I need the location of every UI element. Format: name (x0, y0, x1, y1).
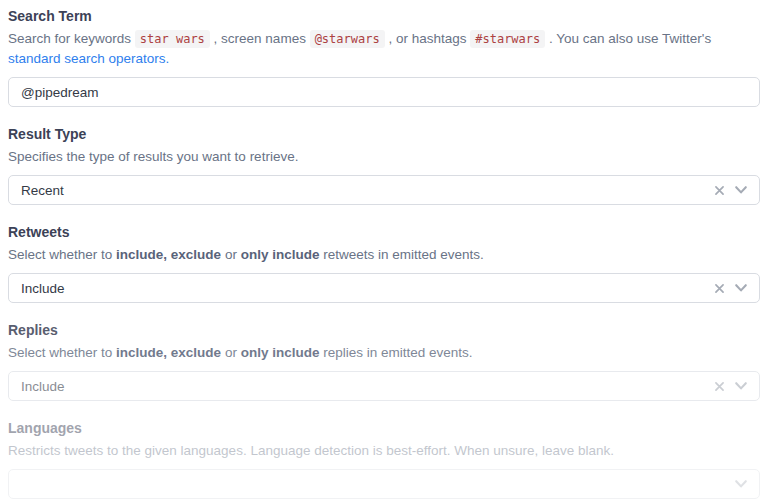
field-label: Retweets (8, 224, 760, 241)
description-bold-text: include, (116, 345, 167, 360)
field-description: Select whether to include, exclude or on… (8, 245, 756, 265)
clear-icon[interactable] (713, 282, 726, 295)
field-description: Restricts tweets to the given languages.… (8, 441, 756, 461)
select-icons (733, 476, 749, 492)
chevron-down-icon[interactable] (733, 476, 749, 492)
description-bold-text: only include (241, 345, 320, 360)
description-bold-text: only include (241, 247, 320, 262)
replies-select[interactable]: Include (8, 371, 760, 401)
description-text: . You can also use Twitter's (545, 31, 711, 46)
field-result-type: Result Type Specifies the type of result… (8, 126, 760, 205)
search-term-text-control[interactable] (8, 77, 760, 107)
description-text: Search for keywords (8, 31, 135, 46)
clear-icon[interactable] (713, 184, 726, 197)
description-text: Select whether to (8, 345, 116, 360)
field-label: Replies (8, 322, 760, 339)
description-bold-text: exclude (171, 345, 221, 360)
field-retweets: Retweets Select whether to include, excl… (8, 224, 760, 303)
field-description: Specifies the type of results you want t… (8, 147, 756, 167)
description-bold-text: exclude (171, 247, 221, 262)
code-snippet: #starwars (470, 30, 545, 48)
field-replies: Replies Select whether to include, exclu… (8, 322, 760, 401)
retweets-select[interactable]: Include (8, 273, 760, 303)
select-icons (713, 182, 749, 198)
code-snippet: star wars (135, 30, 210, 48)
clear-icon[interactable] (713, 380, 726, 393)
description-text: or (221, 345, 241, 360)
select-value: Include (21, 281, 713, 296)
chevron-down-icon[interactable] (733, 182, 749, 198)
description-text: Restricts tweets to the given languages.… (8, 443, 614, 458)
description-text: Specifies the type of results you want t… (8, 149, 298, 164)
result-type-select[interactable]: Recent (8, 175, 760, 205)
select-icons (713, 280, 749, 296)
field-description: Select whether to include, exclude or on… (8, 343, 756, 363)
select-icons (713, 378, 749, 394)
description-text: replies in emitted events. (319, 345, 472, 360)
description-bold-text: include, (116, 247, 167, 262)
description-text: or (221, 247, 241, 262)
field-search-term: Search Term Search for keywords star war… (8, 8, 760, 107)
chevron-down-icon[interactable] (733, 378, 749, 394)
field-label: Languages (8, 420, 760, 437)
code-snippet: @starwars (310, 30, 385, 48)
search-term-input[interactable] (21, 78, 749, 106)
field-label: Search Term (8, 8, 760, 25)
select-value: Include (21, 379, 713, 394)
chevron-down-icon[interactable] (733, 280, 749, 296)
description-text: , or hashtags (385, 31, 471, 46)
twitter-search-config-form: Search Term Search for keywords star war… (8, 8, 760, 499)
field-label: Result Type (8, 126, 760, 143)
select-value: Recent (21, 183, 713, 198)
field-description: Search for keywords star wars , screen n… (8, 29, 756, 69)
languages-select[interactable] (8, 469, 760, 499)
description-text: Select whether to (8, 247, 116, 262)
search-operators-link[interactable]: standard search operators. (8, 51, 169, 66)
field-languages: Languages Restricts tweets to the given … (8, 420, 760, 499)
description-text: , screen names (210, 31, 310, 46)
description-text: retweets in emitted events. (319, 247, 483, 262)
